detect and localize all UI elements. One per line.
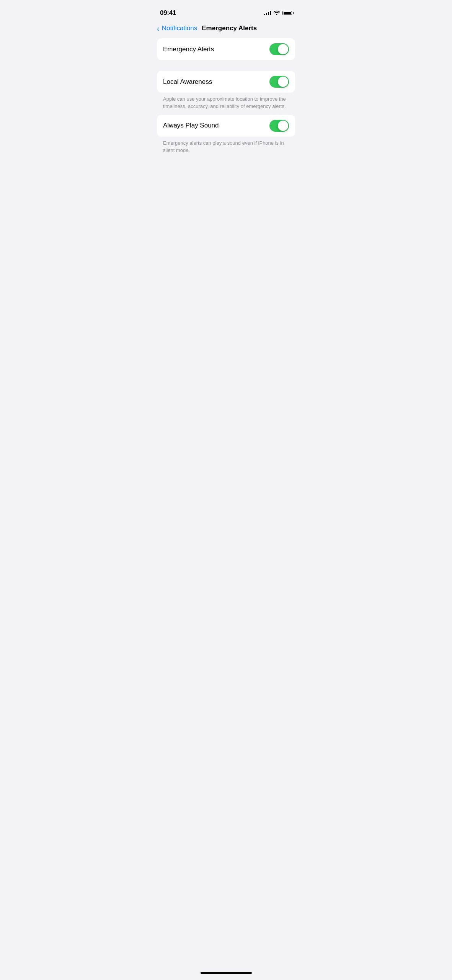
always-play-sound-label: Always Play Sound: [163, 122, 219, 129]
always-play-sound-row: Always Play Sound: [157, 115, 295, 137]
always-play-sound-card: Always Play Sound: [157, 115, 295, 137]
wifi-icon: [274, 10, 280, 16]
local-group: Local Awareness Apple can use your appro…: [157, 71, 295, 158]
emergency-alerts-group: Emergency Alerts: [157, 38, 295, 60]
settings-content: Emergency Alerts Local Awareness Apple c…: [151, 38, 301, 158]
page-title: Emergency Alerts: [202, 24, 257, 32]
back-chevron-icon: ‹: [157, 24, 160, 32]
local-awareness-row: Local Awareness: [157, 71, 295, 93]
emergency-alerts-label: Emergency Alerts: [163, 46, 214, 53]
always-play-sound-toggle[interactable]: [269, 120, 289, 132]
toggle-thumb-2: [278, 77, 288, 87]
back-label: Notifications: [162, 24, 197, 32]
always-play-sound-description: Emergency alerts can play a sound even i…: [157, 137, 295, 159]
toggle-thumb-3: [278, 121, 288, 131]
local-awareness-toggle[interactable]: [269, 76, 289, 88]
local-card: Local Awareness: [157, 71, 295, 93]
navigation-bar: ‹ Notifications Emergency Alerts: [151, 21, 301, 38]
emergency-alerts-toggle[interactable]: [269, 43, 289, 55]
back-button[interactable]: ‹ Notifications: [157, 24, 197, 32]
local-awareness-label: Local Awareness: [163, 78, 212, 86]
status-time: 09:41: [160, 9, 176, 17]
local-awareness-description: Apple can use your approximate location …: [157, 93, 295, 115]
emergency-alerts-card: Emergency Alerts: [157, 38, 295, 60]
emergency-alerts-row: Emergency Alerts: [157, 38, 295, 60]
signal-icon: [264, 11, 271, 15]
toggle-thumb: [278, 44, 288, 54]
status-bar: 09:41: [151, 0, 301, 21]
status-icons: [264, 10, 292, 16]
battery-icon: [282, 11, 292, 15]
